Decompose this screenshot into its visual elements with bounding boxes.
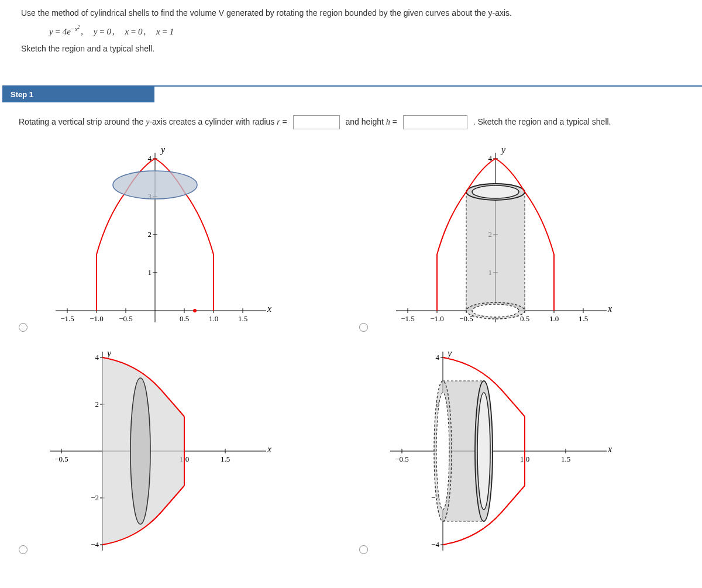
svg-text:1.5: 1.5 <box>561 455 570 463</box>
svg-point-24 <box>113 171 197 199</box>
svg-text:−1.5: −1.5 <box>60 314 74 323</box>
problem-equations: y = 4e−x2, y = 0, x = 0, x = 1 <box>49 24 689 37</box>
svg-point-25 <box>193 309 197 312</box>
svg-text:x: x <box>607 304 612 314</box>
svg-text:x: x <box>267 444 271 454</box>
svg-text:1.0: 1.0 <box>209 314 218 323</box>
radius-input[interactable] <box>293 115 340 129</box>
svg-text:−4: −4 <box>431 540 439 549</box>
svg-text:1: 1 <box>148 268 152 277</box>
graph-b: y x −1.5 −1.0 −0.5 0.5 1.0 1.5 1 2 3 4 <box>378 141 612 334</box>
svg-rect-50 <box>466 192 525 311</box>
svg-point-78 <box>130 378 150 524</box>
svg-text:y: y <box>446 348 452 359</box>
svg-point-101 <box>436 393 449 510</box>
height-input[interactable] <box>403 115 467 129</box>
graph-c: y x −0.5 0.5 1.0 1.5 −4 −2 2 4 <box>38 346 272 556</box>
step-label: Step 1 <box>2 87 154 102</box>
svg-text:−1.5: −1.5 <box>401 314 415 323</box>
choice-c[interactable]: y x −0.5 0.5 1.0 1.5 −4 −2 2 4 <box>19 346 353 556</box>
svg-text:4: 4 <box>436 353 440 362</box>
svg-text:0.5: 0.5 <box>180 314 189 323</box>
problem-intro: Use the method of cylindrical shells to … <box>21 7 689 19</box>
svg-text:y: y <box>106 348 112 359</box>
svg-text:−2: −2 <box>91 493 99 502</box>
svg-text:y: y <box>500 145 506 155</box>
choice-b[interactable]: y x −1.5 −1.0 −0.5 0.5 1.0 1.5 1 2 3 4 <box>359 141 694 334</box>
svg-text:−1.0: −1.0 <box>90 314 104 323</box>
step-sentence: Rotating a vertical strip around the y-a… <box>19 115 694 129</box>
svg-text:0.5: 0.5 <box>520 314 529 323</box>
svg-point-56 <box>472 185 519 198</box>
choice-a[interactable]: y x −1.5 −1.0 −0.5 0.5 1.0 1.5 1 2 3 4 <box>19 141 353 334</box>
radio-d[interactable] <box>359 545 368 554</box>
svg-text:x: x <box>267 304 271 314</box>
svg-text:−0.5: −0.5 <box>459 314 473 323</box>
radio-a[interactable] <box>19 323 27 332</box>
svg-text:4: 4 <box>95 353 99 362</box>
svg-text:2: 2 <box>95 400 99 408</box>
radio-c[interactable] <box>19 545 27 554</box>
svg-text:1.5: 1.5 <box>221 455 230 463</box>
graph-d: y x −0.5 0.5 1.0 1.5 −4 −2 2 4 <box>378 346 612 556</box>
svg-text:1.0: 1.0 <box>549 314 559 323</box>
svg-text:x: x <box>607 444 612 454</box>
svg-text:−4: −4 <box>91 540 99 549</box>
svg-text:1.5: 1.5 <box>579 314 588 323</box>
svg-point-52 <box>472 304 519 317</box>
graph-a: y x −1.5 −1.0 −0.5 0.5 1.0 1.5 1 2 3 4 <box>38 141 272 334</box>
svg-text:−1.0: −1.0 <box>430 314 444 323</box>
svg-text:1.5: 1.5 <box>238 314 247 323</box>
svg-text:2: 2 <box>148 230 152 239</box>
svg-text:−0.5: −0.5 <box>54 455 68 463</box>
choice-d[interactable]: y x −0.5 0.5 1.0 1.5 −4 −2 2 4 <box>359 346 694 556</box>
step-divider: Step 1 <box>2 85 702 102</box>
sketch-instruction: Sketch the region and a typical shell. <box>21 43 689 55</box>
radio-b[interactable] <box>359 323 368 332</box>
svg-text:−0.5: −0.5 <box>395 455 409 463</box>
svg-point-103 <box>477 393 490 510</box>
svg-text:y: y <box>160 145 166 155</box>
svg-text:−0.5: −0.5 <box>119 314 133 323</box>
